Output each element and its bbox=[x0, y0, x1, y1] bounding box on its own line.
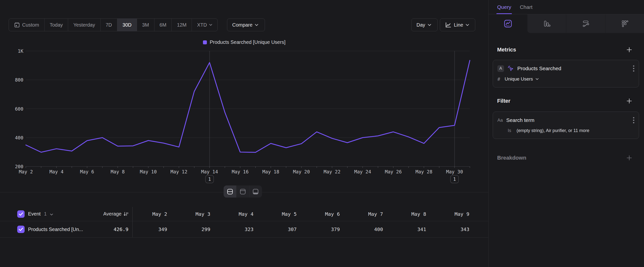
date-column-header-4[interactable]: May 5 bbox=[262, 211, 305, 217]
filter-value[interactable]: (empty string), Air purifier, or 11 more bbox=[516, 128, 590, 133]
metric-options-kebab-icon[interactable] bbox=[633, 65, 634, 72]
value-cell: 341 bbox=[391, 226, 435, 232]
tab-chart[interactable]: Chart bbox=[520, 0, 532, 14]
value-cell: 343 bbox=[435, 226, 478, 232]
legend-item[interactable]: Products Searched [Unique Users] bbox=[203, 39, 286, 45]
date-column-header-7[interactable]: May 8 bbox=[391, 211, 435, 217]
x-tick-label: May 18 bbox=[262, 169, 280, 174]
row-checkbox[interactable] bbox=[17, 226, 24, 233]
date-column-header-3[interactable]: May 4 bbox=[219, 211, 262, 217]
legend-label: Products Searched [Unique Users] bbox=[210, 39, 286, 45]
filter-operator[interactable]: Is bbox=[508, 128, 511, 133]
date-column-header-1[interactable]: May 2 bbox=[132, 211, 176, 217]
date-value-cells: 349299323307379400341343 bbox=[132, 226, 478, 232]
x-tick-label: May 22 bbox=[324, 169, 341, 174]
x-tick-label: May 6 bbox=[80, 169, 94, 174]
sidebar-tabs: Query Chart bbox=[488, 0, 644, 14]
line-chart[interactable]: 2004006008001KMay 2May 4May 6May 8May 10… bbox=[10, 47, 480, 188]
report-tab-flows[interactable] bbox=[566, 14, 605, 33]
date-column-headers: May 2May 3May 4May 5May 6May 7May 8May 9 bbox=[132, 211, 478, 217]
metrics-title: Metrics bbox=[497, 47, 516, 53]
date-range-12m[interactable]: 12M bbox=[172, 19, 192, 31]
x-tick-label: May 4 bbox=[50, 169, 64, 174]
date-column-header-8[interactable]: May 9 bbox=[435, 211, 478, 217]
legend-swatch bbox=[203, 40, 207, 44]
date-column-header-6[interactable]: May 7 bbox=[348, 211, 392, 217]
report-type-tabs bbox=[488, 14, 644, 33]
metrics-section-header: Metrics bbox=[497, 47, 632, 53]
date-column-header-2[interactable]: May 3 bbox=[176, 211, 219, 217]
date-range-today[interactable]: Today bbox=[44, 19, 68, 31]
row-event-name[interactable]: Products Searched [Un... bbox=[28, 227, 83, 232]
flows-icon bbox=[582, 20, 590, 28]
date-range-30d[interactable]: 30D bbox=[117, 19, 137, 31]
add-metric-button[interactable] bbox=[626, 47, 632, 53]
value-cell: 323 bbox=[219, 226, 262, 232]
check-icon bbox=[19, 228, 23, 231]
report-tab-funnels[interactable] bbox=[528, 14, 566, 33]
x-tick-label: May 14 bbox=[201, 169, 218, 174]
value-cell: 307 bbox=[262, 226, 305, 232]
filter-card[interactable]: Aa Search term Is (empty string), Air pu… bbox=[493, 112, 639, 139]
report-tab-insights[interactable] bbox=[488, 14, 528, 33]
date-range-3m[interactable]: 3M bbox=[137, 19, 154, 31]
tab-query[interactable]: Query bbox=[497, 0, 511, 14]
filter-property-name[interactable]: Search term bbox=[506, 117, 534, 123]
x-tick-label: May 24 bbox=[354, 169, 371, 174]
chart-legend: Products Searched [Unique Users] bbox=[0, 39, 488, 45]
date-range-control: CustomTodayYesterday7D30D3M6M12MXTD bbox=[8, 19, 218, 31]
compare-label: Compare bbox=[232, 22, 252, 28]
select-all-checkbox[interactable] bbox=[17, 210, 24, 218]
insights-report: CustomTodayYesterday7D30D3M6M12MXTD Comp… bbox=[0, 0, 644, 267]
date-range-label: Today bbox=[50, 22, 63, 28]
value-cell: 299 bbox=[176, 226, 219, 232]
date-range-xtd[interactable]: XTD bbox=[192, 19, 218, 31]
chevron-down-icon bbox=[255, 24, 258, 26]
x-tick-label: May 2 bbox=[19, 169, 33, 174]
granularity-button[interactable]: Day bbox=[411, 19, 438, 31]
add-filter-button[interactable] bbox=[626, 98, 632, 104]
date-range-label: Custom bbox=[22, 22, 39, 28]
date-range-label: 30D bbox=[122, 22, 132, 28]
date-column-header-5[interactable]: May 6 bbox=[305, 211, 348, 217]
y-tick-label: 200 bbox=[15, 164, 23, 169]
date-range-yesterday[interactable]: Yesterday bbox=[68, 19, 100, 31]
series-line[interactable] bbox=[26, 60, 470, 152]
x-tick-label: May 8 bbox=[111, 169, 125, 174]
report-tab-retention[interactable] bbox=[605, 14, 644, 33]
metric-card[interactable]: A Products Searched # Unique Users bbox=[493, 60, 639, 87]
metric-name[interactable]: Products Searched bbox=[517, 66, 561, 71]
add-breakdown-button[interactable] bbox=[626, 155, 632, 161]
average-column-header[interactable]: Average bbox=[103, 211, 132, 217]
date-range-7d[interactable]: 7D bbox=[100, 19, 118, 31]
compare-button[interactable]: Compare bbox=[227, 19, 265, 31]
value-cell: 349 bbox=[132, 226, 176, 232]
event-column-header[interactable]: Event 1 bbox=[28, 211, 53, 217]
table-column-divider bbox=[132, 207, 132, 237]
chevron-down-icon bbox=[466, 24, 469, 26]
filter-title: Filter bbox=[497, 98, 510, 104]
table-only-view-icon bbox=[252, 188, 259, 195]
view-layout-toggle bbox=[224, 185, 262, 197]
aggregation-selector[interactable]: Unique Users bbox=[504, 76, 533, 82]
line-chart-icon bbox=[445, 22, 452, 28]
check-icon bbox=[19, 212, 23, 216]
date-range-6m[interactable]: 6M bbox=[154, 19, 172, 31]
chart-type-label: Line bbox=[454, 22, 463, 28]
average-label: Average bbox=[103, 211, 122, 217]
date-range-label: Yesterday bbox=[73, 22, 95, 28]
chart-only-view-button[interactable] bbox=[236, 185, 249, 197]
split-view-icon bbox=[227, 188, 233, 195]
table-only-view-button[interactable] bbox=[250, 185, 262, 197]
chart-type-button[interactable]: Line bbox=[440, 19, 475, 31]
x-tick-label: May 16 bbox=[232, 169, 249, 174]
metric-letter-badge: A bbox=[498, 65, 504, 72]
chevron-down-icon bbox=[50, 213, 53, 215]
split-view-button[interactable] bbox=[224, 185, 236, 197]
date-range-custom[interactable]: Custom bbox=[9, 19, 44, 31]
chevron-down-icon bbox=[536, 78, 539, 80]
event-label: Event bbox=[28, 211, 40, 216]
event-cursor-icon bbox=[508, 65, 514, 72]
x-tick-label: May 10 bbox=[140, 169, 157, 174]
filter-options-kebab-icon[interactable] bbox=[633, 117, 634, 124]
